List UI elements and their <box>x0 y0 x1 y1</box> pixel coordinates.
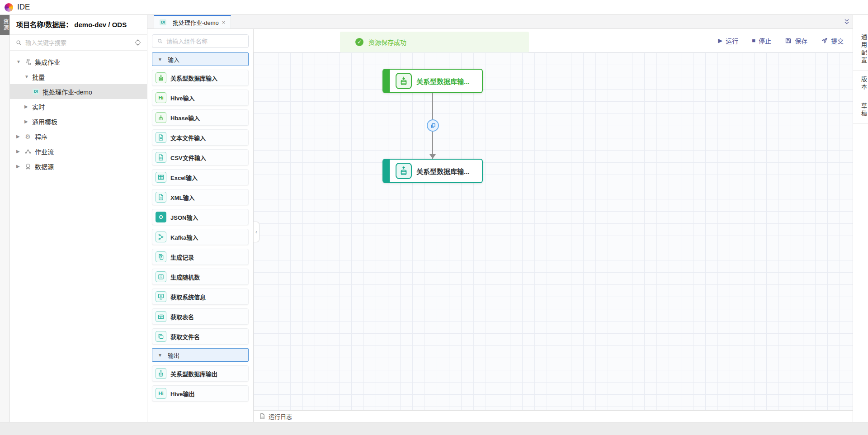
caret-right-icon[interactable]: ▶ <box>16 164 24 169</box>
rail-tab-resources[interactable]: 资源 <box>0 15 9 35</box>
caret-down-icon[interactable]: ▼ <box>16 59 24 64</box>
di-badge: DI <box>33 89 39 95</box>
caret-right-icon[interactable]: ▶ <box>16 134 24 139</box>
rail-tab-draft[interactable]: 草稿 <box>853 97 868 124</box>
run-button[interactable]: ▶ 运行 <box>718 36 738 45</box>
tree-item-templates[interactable]: ▶ 通用模板 <box>10 114 147 129</box>
palette-item-generate-records[interactable]: 生成记录 <box>152 249 249 265</box>
di-badge: DI <box>160 19 166 25</box>
double-chevron-down-icon[interactable] <box>842 17 852 27</box>
palette-item-get-file-name[interactable]: 获取文件名 <box>152 328 249 345</box>
stop-button[interactable]: ■ 停止 <box>752 36 771 45</box>
node-accent-bar <box>383 70 390 92</box>
palette-item-label: Hbase输入 <box>170 113 200 122</box>
palette-item-generate-random[interactable]: 生成随机数 <box>152 269 249 285</box>
status-bar <box>0 422 868 435</box>
top-bar: IDE <box>0 0 868 15</box>
palette-item-label: Kafka输入 <box>170 233 198 241</box>
sidebar-search <box>10 35 147 51</box>
caret-right-icon[interactable]: ▶ <box>24 119 32 124</box>
table-icon <box>156 311 166 322</box>
component-palette: ▼ 输入 关系型数据库输入 Hi Hive输入 H <box>147 29 254 422</box>
tree-item-label: 数据源 <box>35 162 54 171</box>
hive-icon: Hi <box>156 388 166 399</box>
app-title: IDE <box>17 3 30 12</box>
tree-item-programs[interactable]: ▶ ⚙ 程序 <box>10 129 147 144</box>
palette-item-csv-file-input[interactable]: CSV CSV文件输入 <box>152 149 249 165</box>
app-logo-icon <box>5 3 13 12</box>
rail-tab-general-config[interactable]: 通用配置 <box>853 28 868 71</box>
tree-item-label: 程序 <box>35 132 47 141</box>
xml-file-icon: X <box>156 192 166 203</box>
project-sidebar: 项目名称/数据层： demo-dev / ODS ▼ 集成作业 ▼ 批量 DI … <box>10 15 147 422</box>
palette-item-label: 生成随机数 <box>170 273 200 281</box>
tree-item-datasources[interactable]: ▶ 数据源 <box>10 159 147 174</box>
palette-item-label: XML输入 <box>170 193 194 202</box>
palette-item-db-output[interactable]: 关系型数据库输出 <box>152 365 249 382</box>
tab-batch-job-demo[interactable]: DI 批处理作业-demo × <box>154 15 231 28</box>
left-rail: 资源 <box>0 15 10 422</box>
tree-item-batch-job-demo[interactable]: DI 批处理作业-demo <box>10 84 147 99</box>
node-db-output[interactable]: 关系型数据库输... <box>382 159 483 183</box>
palette-section-output[interactable]: ▼ 输出 <box>152 348 249 362</box>
palette-item-text-file-input[interactable]: 文本文件输入 <box>152 129 249 146</box>
palette-section-input[interactable]: ▼ 输入 <box>152 52 249 66</box>
save-button[interactable]: 保存 <box>785 36 807 45</box>
palette-item-kafka-input[interactable]: Kafka输入 <box>152 229 249 245</box>
palette-item-hive-output[interactable]: Hi Hive输出 <box>152 385 249 402</box>
section-title: 输出 <box>168 351 179 359</box>
locate-icon[interactable] <box>134 39 142 46</box>
resource-tree: ▼ 集成作业 ▼ 批量 DI 批处理作业-demo ▶ 实时 ▶ 通用模板 <box>10 51 147 174</box>
palette-item-get-system-info[interactable]: 获取系统信息 <box>152 288 249 305</box>
ide-app: IDE 资源 项目名称/数据层： demo-dev / ODS ▼ 集成作业 ▼ <box>0 0 868 435</box>
palette-search-input[interactable] <box>166 38 244 45</box>
tree-item-realtime[interactable]: ▶ 实时 <box>10 99 147 114</box>
project-header: 项目名称/数据层： demo-dev / ODS <box>10 15 147 35</box>
database-input-icon <box>156 72 166 83</box>
monitor-icon <box>156 291 166 302</box>
tree-item-label: 作业流 <box>35 147 54 156</box>
rail-tab-version[interactable]: 版本 <box>853 71 868 97</box>
project-header-value: demo-dev / ODS <box>74 21 127 28</box>
edge-copy-badge[interactable] <box>427 119 439 132</box>
tree-item-label: 集成作业 <box>35 57 60 66</box>
node-label: 关系型数据库输... <box>416 76 470 86</box>
palette-item-label: 获取文件名 <box>170 332 200 341</box>
caret-down-icon[interactable]: ▼ <box>24 74 32 79</box>
tree-item-workflows[interactable]: ▶ 作业流 <box>10 144 147 159</box>
run-log-bar[interactable]: LOG 运行日志 <box>254 410 853 422</box>
palette-collapse-handle[interactable]: ‹ <box>254 222 259 242</box>
tree-item-integration-jobs[interactable]: ▼ 集成作业 <box>10 54 147 69</box>
node-accent-bar <box>383 160 390 182</box>
section-title: 输入 <box>168 55 179 64</box>
palette-item-label: 关系型数据库输入 <box>170 74 217 82</box>
node-db-input[interactable]: 关系型数据库输... <box>382 69 483 93</box>
flow-canvas[interactable]: ‹ 关系型数据库输... <box>254 52 853 410</box>
tree-item-batch[interactable]: ▼ 批量 <box>10 69 147 84</box>
caret-right-icon[interactable]: ▶ <box>24 104 32 109</box>
palette-item-json-input[interactable]: O JSON输入 <box>152 209 249 225</box>
palette-item-xml-input[interactable]: X XML输入 <box>152 189 249 205</box>
database-output-icon <box>156 368 166 379</box>
palette-search <box>152 34 249 48</box>
save-floppy-icon <box>785 37 792 44</box>
palette-item-db-input[interactable]: 关系型数据库输入 <box>152 70 249 86</box>
palette-item-hbase-input[interactable]: Hbase输入 <box>152 109 249 126</box>
sidebar-search-input[interactable] <box>25 39 131 46</box>
svg-text:X: X <box>160 196 162 199</box>
right-rail: 通用配置 版本 草稿 <box>853 15 868 422</box>
hive-icon: Hi <box>156 92 166 103</box>
file-stack-icon <box>156 331 166 342</box>
hbase-tree-icon <box>156 112 166 123</box>
stop-icon: ■ <box>752 38 755 43</box>
palette-item-label: Hive输出 <box>170 389 194 398</box>
submit-button[interactable]: 提交 <box>821 36 844 45</box>
palette-item-label: 关系型数据库输出 <box>170 369 217 378</box>
palette-item-excel-input[interactable]: Excel输入 <box>152 169 249 185</box>
close-icon[interactable]: × <box>222 19 226 26</box>
palette-item-get-table-name[interactable]: 获取表名 <box>152 308 249 325</box>
palette-item-hive-input[interactable]: Hi Hive输入 <box>152 90 249 106</box>
palette-item-label: 生成记录 <box>170 253 194 261</box>
caret-right-icon[interactable]: ▶ <box>16 149 24 154</box>
run-log-label: 运行日志 <box>269 412 292 421</box>
